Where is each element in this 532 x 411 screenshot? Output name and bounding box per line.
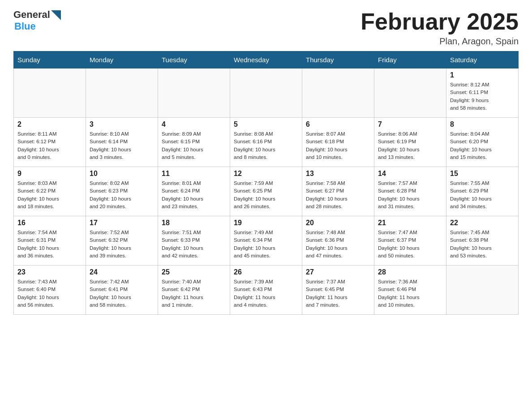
day-info: Sunrise: 8:06 AMSunset: 6:19 PMDaylight:… (378, 130, 442, 161)
calendar-cell: 14Sunrise: 7:57 AMSunset: 6:28 PMDayligh… (374, 167, 446, 216)
day-number: 19 (234, 219, 298, 227)
day-number: 20 (306, 219, 370, 227)
day-info: Sunrise: 8:02 AMSunset: 6:23 PMDaylight:… (90, 180, 154, 210)
day-number: 15 (450, 170, 515, 178)
day-number: 24 (90, 268, 154, 276)
day-number: 4 (162, 120, 226, 128)
calendar-cell: 8Sunrise: 8:04 AMSunset: 6:20 PMDaylight… (446, 118, 519, 167)
day-info: Sunrise: 7:59 AMSunset: 6:25 PMDaylight:… (234, 180, 298, 210)
header-wednesday: Wednesday (230, 51, 302, 68)
logo-general-text: General (13, 9, 50, 21)
week-row-2: 2Sunrise: 8:11 AMSunset: 6:12 PMDaylight… (14, 118, 519, 167)
header-friday: Friday (374, 51, 446, 68)
svg-marker-0 (51, 10, 61, 20)
day-number: 27 (306, 268, 370, 276)
calendar-cell: 4Sunrise: 8:09 AMSunset: 6:15 PMDaylight… (158, 118, 230, 167)
calendar-cell (230, 68, 302, 118)
logo-blue-text: Blue (14, 21, 36, 32)
day-number: 7 (378, 120, 442, 128)
day-info: Sunrise: 7:40 AMSunset: 6:42 PMDaylight:… (162, 278, 226, 309)
day-number: 8 (450, 120, 515, 128)
day-number: 12 (234, 170, 298, 178)
title-area: February 2025 Plan, Aragon, Spain (360, 9, 519, 47)
calendar-cell: 28Sunrise: 7:36 AMSunset: 6:46 PMDayligh… (374, 265, 446, 315)
calendar-cell: 12Sunrise: 7:59 AMSunset: 6:25 PMDayligh… (230, 167, 302, 216)
header-sunday: Sunday (14, 51, 86, 68)
day-info: Sunrise: 7:45 AMSunset: 6:38 PMDaylight:… (450, 229, 515, 260)
calendar-cell: 27Sunrise: 7:37 AMSunset: 6:45 PMDayligh… (302, 265, 374, 315)
day-number: 1 (450, 71, 515, 79)
day-info: Sunrise: 7:42 AMSunset: 6:41 PMDaylight:… (90, 278, 154, 309)
day-info: Sunrise: 8:10 AMSunset: 6:14 PMDaylight:… (90, 130, 154, 161)
calendar-cell: 23Sunrise: 7:43 AMSunset: 6:40 PMDayligh… (14, 265, 86, 315)
calendar-cell: 16Sunrise: 7:54 AMSunset: 6:31 PMDayligh… (14, 216, 86, 265)
day-number: 10 (90, 170, 154, 178)
day-info: Sunrise: 8:04 AMSunset: 6:20 PMDaylight:… (450, 130, 515, 161)
day-info: Sunrise: 7:54 AMSunset: 6:31 PMDaylight:… (17, 229, 82, 260)
day-info: Sunrise: 8:12 AMSunset: 6:11 PMDaylight:… (450, 81, 515, 112)
day-info: Sunrise: 8:03 AMSunset: 6:22 PMDaylight:… (17, 180, 82, 210)
calendar-cell: 15Sunrise: 7:55 AMSunset: 6:29 PMDayligh… (446, 167, 519, 216)
calendar-cell: 6Sunrise: 8:07 AMSunset: 6:18 PMDaylight… (302, 118, 374, 167)
page-header: General Blue February 2025 Plan, Aragon,… (13, 9, 519, 47)
day-info: Sunrise: 8:09 AMSunset: 6:15 PMDaylight:… (162, 130, 226, 161)
day-number: 21 (378, 219, 442, 227)
day-info: Sunrise: 7:51 AMSunset: 6:33 PMDaylight:… (162, 229, 226, 260)
calendar-cell: 25Sunrise: 7:40 AMSunset: 6:42 PMDayligh… (158, 265, 230, 315)
calendar-cell (374, 68, 446, 118)
logo: General Blue (13, 9, 61, 32)
week-row-5: 23Sunrise: 7:43 AMSunset: 6:40 PMDayligh… (14, 265, 519, 315)
day-number: 22 (450, 219, 515, 227)
day-info: Sunrise: 7:37 AMSunset: 6:45 PMDaylight:… (306, 278, 370, 309)
calendar-cell: 22Sunrise: 7:45 AMSunset: 6:38 PMDayligh… (446, 216, 519, 265)
day-number: 16 (17, 219, 82, 227)
calendar-cell: 26Sunrise: 7:39 AMSunset: 6:43 PMDayligh… (230, 265, 302, 315)
day-info: Sunrise: 7:39 AMSunset: 6:43 PMDaylight:… (234, 278, 298, 309)
day-info: Sunrise: 7:57 AMSunset: 6:28 PMDaylight:… (378, 180, 442, 210)
calendar-cell (302, 68, 374, 118)
day-info: Sunrise: 7:36 AMSunset: 6:46 PMDaylight:… (378, 278, 442, 309)
calendar-cell (446, 265, 519, 315)
calendar-cell: 3Sunrise: 8:10 AMSunset: 6:14 PMDaylight… (86, 118, 158, 167)
page-subtitle: Plan, Aragon, Spain (360, 36, 519, 47)
header-monday: Monday (86, 51, 158, 68)
day-number: 25 (162, 268, 226, 276)
day-info: Sunrise: 7:58 AMSunset: 6:27 PMDaylight:… (306, 180, 370, 210)
day-number: 2 (17, 120, 82, 128)
day-number: 13 (306, 170, 370, 178)
day-info: Sunrise: 8:08 AMSunset: 6:16 PMDaylight:… (234, 130, 298, 161)
calendar-cell: 1Sunrise: 8:12 AMSunset: 6:11 PMDaylight… (446, 68, 519, 118)
calendar-cell: 9Sunrise: 8:03 AMSunset: 6:22 PMDaylight… (14, 167, 86, 216)
day-number: 11 (162, 170, 226, 178)
day-info: Sunrise: 7:43 AMSunset: 6:40 PMDaylight:… (17, 278, 82, 309)
day-info: Sunrise: 8:11 AMSunset: 6:12 PMDaylight:… (17, 130, 82, 161)
calendar-cell: 19Sunrise: 7:49 AMSunset: 6:34 PMDayligh… (230, 216, 302, 265)
calendar-header-row: SundayMondayTuesdayWednesdayThursdayFrid… (14, 51, 519, 68)
calendar-cell: 17Sunrise: 7:52 AMSunset: 6:32 PMDayligh… (86, 216, 158, 265)
calendar-table: SundayMondayTuesdayWednesdayThursdayFrid… (13, 51, 519, 315)
day-number: 6 (306, 120, 370, 128)
day-number: 3 (90, 120, 154, 128)
week-row-4: 16Sunrise: 7:54 AMSunset: 6:31 PMDayligh… (14, 216, 519, 265)
day-info: Sunrise: 7:52 AMSunset: 6:32 PMDaylight:… (90, 229, 154, 260)
day-number: 14 (378, 170, 442, 178)
day-info: Sunrise: 7:48 AMSunset: 6:36 PMDaylight:… (306, 229, 370, 260)
calendar-cell: 13Sunrise: 7:58 AMSunset: 6:27 PMDayligh… (302, 167, 374, 216)
calendar-cell: 24Sunrise: 7:42 AMSunset: 6:41 PMDayligh… (86, 265, 158, 315)
day-info: Sunrise: 8:01 AMSunset: 6:24 PMDaylight:… (162, 180, 226, 210)
header-tuesday: Tuesday (158, 51, 230, 68)
header-saturday: Saturday (446, 51, 519, 68)
calendar-cell: 2Sunrise: 8:11 AMSunset: 6:12 PMDaylight… (14, 118, 86, 167)
day-number: 28 (378, 268, 442, 276)
day-number: 18 (162, 219, 226, 227)
calendar-cell: 7Sunrise: 8:06 AMSunset: 6:19 PMDaylight… (374, 118, 446, 167)
day-info: Sunrise: 7:47 AMSunset: 6:37 PMDaylight:… (378, 229, 442, 260)
day-number: 17 (90, 219, 154, 227)
logo-triangle-icon (51, 10, 61, 20)
calendar-cell: 5Sunrise: 8:08 AMSunset: 6:16 PMDaylight… (230, 118, 302, 167)
week-row-1: 1Sunrise: 8:12 AMSunset: 6:11 PMDaylight… (14, 68, 519, 118)
calendar-cell: 10Sunrise: 8:02 AMSunset: 6:23 PMDayligh… (86, 167, 158, 216)
calendar-cell (158, 68, 230, 118)
day-info: Sunrise: 7:55 AMSunset: 6:29 PMDaylight:… (450, 180, 515, 210)
day-info: Sunrise: 8:07 AMSunset: 6:18 PMDaylight:… (306, 130, 370, 161)
